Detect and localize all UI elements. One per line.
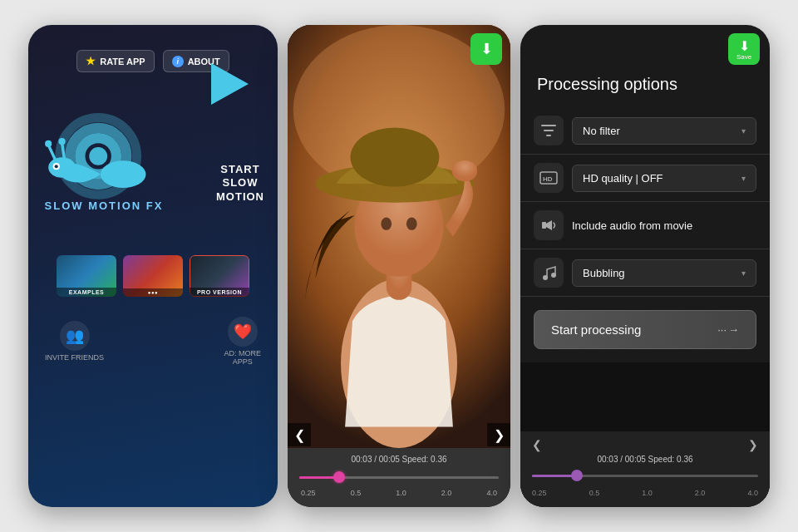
heart-icon: ❤️ bbox=[228, 317, 258, 347]
hd-option-row: HD HD quality | OFF ▾ bbox=[520, 155, 770, 202]
sound-dropdown-arrow: ▾ bbox=[741, 268, 746, 278]
filter-option-row: No filter ▾ bbox=[520, 107, 770, 155]
time-speed-label: 00:03 / 00:05 Speed: 0.36 bbox=[299, 455, 499, 464]
invite-icon: 👥 bbox=[60, 321, 90, 351]
svg-point-11 bbox=[55, 165, 58, 168]
start-label: START SLOW MOTION bbox=[216, 163, 264, 205]
proc-time-speed: 00:03 / 00:05 Speed: 0.36 bbox=[532, 455, 758, 464]
main-content-row: SLOW MOTION FX START SLOW MOTION bbox=[42, 97, 264, 229]
pro-version-label: PRO VERSION bbox=[190, 288, 249, 297]
start-processing-label: Start processing bbox=[551, 323, 641, 337]
save-button-video[interactable]: ⬇ bbox=[470, 33, 502, 65]
invite-label: INVITE FRIENDS bbox=[45, 353, 104, 362]
hd-icon: HD bbox=[534, 163, 564, 193]
svg-point-8 bbox=[45, 140, 52, 147]
start-area: START SLOW MOTION bbox=[191, 55, 264, 205]
screen3-processing: ⬇ Save Processing options No filter ▾ HD… bbox=[520, 25, 770, 507]
svg-point-19 bbox=[350, 127, 439, 186]
save-button-proc[interactable]: ⬇ Save bbox=[728, 33, 760, 65]
save-down-proc-icon: ⬇ bbox=[739, 38, 750, 54]
audio-label: Include audio from movie bbox=[572, 219, 756, 232]
svg-point-27 bbox=[551, 273, 556, 278]
screens-container: ★ RATE APP i ABOUT bbox=[0, 0, 798, 532]
filter-select[interactable]: No filter ▾ bbox=[572, 117, 756, 145]
pro-version-thumb[interactable]: PRO VERSION bbox=[190, 255, 249, 297]
examples-row: EXAMPLES ●●● PRO VERSION bbox=[57, 255, 249, 297]
filter-dropdown-arrow: ▾ bbox=[741, 126, 746, 135]
filter-value: No filter bbox=[583, 125, 620, 137]
filter-icon bbox=[534, 116, 564, 145]
rate-app-button[interactable]: ★ RATE APP bbox=[76, 50, 154, 72]
ad-label: AD: MORE APPS bbox=[224, 349, 261, 366]
save-text-proc: Save bbox=[736, 54, 751, 61]
ad-more-apps-button[interactable]: ❤️ AD: MORE APPS bbox=[224, 317, 261, 366]
info-icon: i bbox=[172, 56, 184, 67]
music-icon bbox=[534, 258, 564, 288]
audio-icon bbox=[534, 210, 564, 240]
proc-nav-right[interactable]: ❯ bbox=[748, 438, 758, 451]
svg-text:HD: HD bbox=[543, 175, 553, 183]
snail-logo bbox=[42, 97, 166, 200]
sound-option-row: Bubbling ▾ bbox=[520, 249, 770, 297]
svg-point-3 bbox=[89, 147, 107, 165]
screen1-home: ★ RATE APP i ABOUT bbox=[28, 25, 278, 507]
hd-value: HD quality | OFF bbox=[583, 172, 663, 185]
video-preview bbox=[288, 25, 510, 448]
proc-nav-left[interactable]: ❮ bbox=[532, 438, 542, 451]
svg-rect-25 bbox=[542, 222, 546, 229]
proc-bottom-area: ❮ ❯ 00:03 / 00:05 Speed: 0.36 0.25 0.5 1… bbox=[520, 362, 770, 507]
svg-line-6 bbox=[48, 145, 55, 160]
proc-speed-marks: 0.25 0.5 1.0 2.0 4.0 bbox=[532, 489, 758, 497]
svg-point-26 bbox=[543, 275, 548, 280]
proc-header: ⬇ Save bbox=[520, 25, 770, 68]
start-processing-button[interactable]: Start processing ··· → bbox=[534, 310, 756, 349]
svg-point-9 bbox=[58, 138, 65, 145]
slider-track bbox=[299, 476, 499, 479]
hd-dropdown-arrow: ▾ bbox=[741, 174, 746, 183]
nav-next-button[interactable]: ❯ bbox=[487, 423, 510, 446]
speed-marks: 0.25 0.5 1.0 2.0 4.0 bbox=[299, 489, 499, 497]
svg-point-22 bbox=[452, 160, 478, 181]
example1-label: EXAMPLES bbox=[57, 288, 116, 297]
speed-slider[interactable] bbox=[299, 469, 499, 485]
slider-thumb[interactable] bbox=[333, 471, 345, 483]
proc-slider-thumb[interactable] bbox=[571, 470, 583, 481]
sound-select[interactable]: Bubbling ▾ bbox=[572, 259, 756, 287]
svg-point-4 bbox=[101, 160, 146, 188]
example-thumb-2[interactable]: ●●● bbox=[123, 255, 183, 297]
svg-point-20 bbox=[381, 218, 392, 230]
video-area: ⬇ bbox=[288, 25, 510, 448]
proc-slider-fill bbox=[532, 475, 577, 477]
audio-option-row: Include audio from movie bbox=[520, 202, 770, 249]
invite-friends-button[interactable]: 👥 INVITE FRIENDS bbox=[45, 321, 104, 362]
example-thumb-1[interactable]: EXAMPLES bbox=[57, 255, 116, 297]
star-icon: ★ bbox=[86, 55, 96, 67]
bottom-bar: 👥 INVITE FRIENDS ❤️ AD: MORE APPS bbox=[42, 317, 264, 366]
nav-prev-button[interactable]: ❮ bbox=[288, 423, 311, 446]
rate-app-label: RATE APP bbox=[100, 57, 145, 66]
hd-select[interactable]: HD quality | OFF ▾ bbox=[572, 165, 756, 192]
sound-value: Bubbling bbox=[583, 267, 625, 279]
screen2-player: ⬇ bbox=[288, 25, 510, 507]
processing-options-title: Processing options bbox=[520, 68, 770, 107]
svg-point-5 bbox=[48, 157, 76, 178]
proc-slider-track bbox=[532, 475, 758, 477]
proc-nav-arrows: ❮ ❯ bbox=[532, 438, 758, 451]
svg-marker-12 bbox=[211, 63, 249, 105]
logo-area: SLOW MOTION FX bbox=[42, 97, 166, 212]
example2-label: ●●● bbox=[123, 288, 183, 297]
proc-speed-slider[interactable] bbox=[532, 469, 758, 485]
save-down-icon: ⬇ bbox=[480, 40, 493, 58]
timeline-area: 00:03 / 00:05 Speed: 0.36 0.25 0.5 1.0 2… bbox=[288, 448, 510, 507]
start-slow-motion-button[interactable] bbox=[199, 55, 257, 113]
app-name-label: SLOW MOTION FX bbox=[45, 200, 164, 212]
start-processing-arrow: ··· → bbox=[717, 323, 739, 336]
svg-point-21 bbox=[406, 218, 417, 230]
proc-timeline: ❮ ❯ 00:03 / 00:05 Speed: 0.36 0.25 0.5 1… bbox=[520, 431, 770, 507]
